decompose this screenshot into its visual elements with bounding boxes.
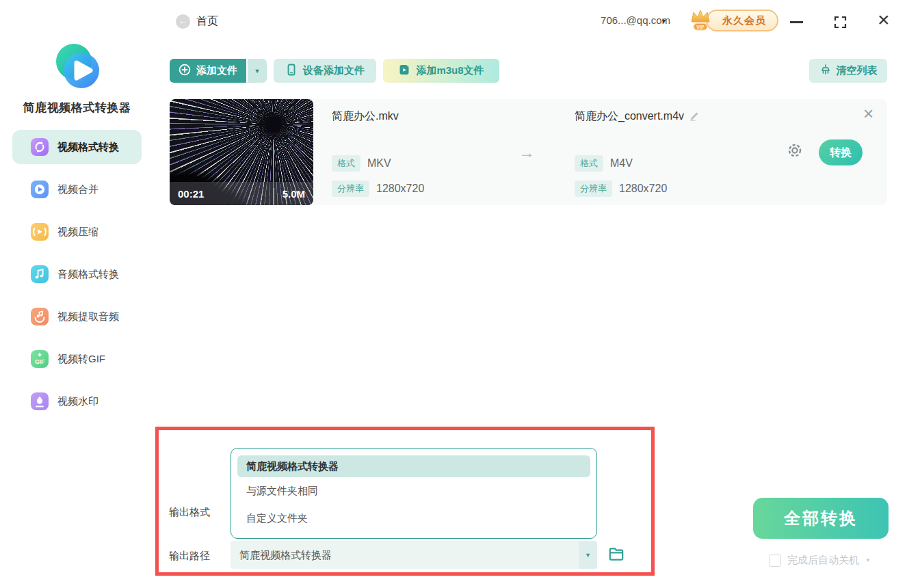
audio-convert-icon [31, 265, 49, 283]
clear-list-button[interactable]: 清空列表 [809, 59, 887, 83]
sidebar-item-label: 视频水印 [57, 395, 98, 408]
format-badge: 格式 [332, 155, 360, 172]
add-file-label: 添加文件 [196, 64, 237, 77]
video-compress-icon [31, 223, 49, 241]
sidebar-item-video-watermark[interactable]: 视频水印 [12, 384, 142, 418]
phone-icon [285, 64, 298, 78]
dropdown-option-selected[interactable]: 简鹿视频格式转换器 [237, 455, 590, 477]
auto-shutdown-row[interactable]: 完成后自动关机 ▼ [769, 554, 871, 567]
app-title: 简鹿视频格式转换器 [0, 100, 154, 116]
auto-shutdown-checkbox[interactable] [769, 554, 781, 567]
dropdown-option[interactable]: 自定义文件夹 [237, 505, 590, 532]
sidebar-item-label: 视频压缩 [57, 226, 98, 239]
sidebar-item-label: 视频提取音频 [57, 310, 119, 323]
minimize-button[interactable] [790, 21, 803, 23]
source-resolution-value: 1280x720 [376, 183, 424, 195]
video-thumbnail[interactable]: 00:21 5.0M [170, 99, 313, 205]
sidebar-item-label: 视频合并 [57, 183, 98, 196]
target-file-name-row: 简鹿办公_convert.m4v [575, 109, 700, 124]
thumbnail-overlay: 00:21 5.0M [170, 182, 313, 205]
caret-down-icon: ▼ [585, 552, 591, 559]
fullscreen-button[interactable] [834, 16, 847, 29]
output-path-label: 输出路径 [169, 550, 210, 563]
caret-down-icon: ▼ [254, 68, 261, 75]
m3u8-file-icon [398, 64, 410, 78]
app-logo: 简鹿视频格式转换器 [0, 40, 154, 116]
watermark-icon [31, 392, 49, 410]
sidebar-item-label: 音频格式转换 [57, 268, 119, 281]
sidebar-item-video-extract-audio[interactable]: 视频提取音频 [12, 299, 142, 334]
target-resolution-value: 1280x720 [619, 183, 667, 195]
sidebar-item-video-format-convert[interactable]: 视频格式转换 [12, 130, 142, 164]
source-resolution-row: 分辨率 1280x720 [332, 181, 424, 197]
file-row: 00:21 5.0M 简鹿办公.mkv 格式 MKV 分辨率 1280x720 … [170, 99, 887, 205]
convert-all-button[interactable]: 全部转换 [753, 498, 889, 539]
format-badge: 格式 [575, 155, 603, 172]
source-format-row: 格式 MKV [332, 155, 391, 172]
edit-pencil-icon[interactable] [689, 110, 700, 124]
sidebar-item-audio-format-convert[interactable]: 音频格式转换 [12, 257, 142, 291]
app-window: 简鹿视频格式转换器 视频格式转换 [0, 0, 907, 588]
resolution-badge: 分辨率 [332, 181, 369, 197]
device-add-file-label: 设备添加文件 [303, 64, 365, 77]
resolution-badge: 分辨率 [575, 181, 612, 197]
video-merge-icon [31, 181, 49, 198]
add-file-button[interactable]: 添加文件 [170, 59, 246, 83]
dropdown-option[interactable]: 与源文件夹相同 [237, 477, 590, 505]
close-window-button[interactable]: × [878, 10, 890, 30]
sidebar-item-video-merge[interactable]: 视频合并 [12, 172, 142, 206]
output-format-label: 输出格式 [169, 506, 210, 519]
vip-tag-text: VIP [696, 25, 705, 29]
plus-icon [179, 64, 191, 78]
output-path-value: 简鹿视频格式转换器 [239, 541, 332, 569]
output-path-select[interactable]: 简鹿视频格式转换器 ▼ [231, 541, 597, 569]
video-duration: 00:21 [178, 188, 204, 200]
output-path-dropdown: 简鹿视频格式转换器 与源文件夹相同 自定义文件夹 [231, 448, 597, 539]
extract-audio-icon [31, 308, 49, 325]
page-title: 首页 [196, 14, 218, 29]
back-button[interactable]: ← [176, 14, 190, 29]
caret-down-icon[interactable]: ▼ [865, 557, 871, 563]
add-file-dropdown-button[interactable]: ▼ [248, 59, 267, 83]
browse-folder-icon[interactable] [607, 545, 625, 565]
target-format-row: 格式 M4V [575, 155, 633, 172]
sidebar-item-label: 视频格式转换 [57, 141, 119, 154]
sidebar-item-video-to-gif[interactable]: GIF 视频转GIF [12, 342, 142, 376]
settings-gear-icon[interactable] [786, 142, 804, 162]
video-size: 5.0M [282, 188, 305, 200]
auto-shutdown-label: 完成后自动关机 [787, 554, 859, 567]
sidebar: 简鹿视频格式转换器 视频格式转换 [0, 0, 154, 588]
convert-button[interactable]: 转换 [819, 139, 863, 165]
convert-arrow-icon: → [518, 143, 535, 162]
target-resolution-row: 分辨率 1280x720 [575, 181, 667, 197]
add-m3u8-label: 添加m3u8文件 [416, 64, 484, 77]
account-email[interactable]: 706...@qq.com [568, 14, 670, 26]
add-m3u8-button[interactable]: 添加m3u8文件 [383, 59, 499, 83]
broom-icon [819, 64, 832, 78]
account-caret-icon[interactable]: ▼ [661, 18, 667, 25]
gif-icon: GIF [31, 350, 49, 368]
svg-text:GIF: GIF [35, 358, 44, 365]
device-add-file-button[interactable]: 设备添加文件 [274, 59, 376, 83]
sidebar-item-label: 视频转GIF [57, 353, 105, 366]
target-file-name: 简鹿办公_convert.m4v [575, 109, 684, 124]
sidebar-item-video-compress[interactable]: 视频压缩 [12, 215, 142, 249]
vip-badge[interactable]: VIP 永久会员 [687, 8, 778, 33]
source-format-value: MKV [367, 157, 391, 170]
path-caret-segment[interactable]: ▼ [579, 541, 597, 569]
sidebar-menu: 视频格式转换 视频合并 [0, 130, 154, 427]
vip-crown-icon: VIP [687, 6, 714, 35]
video-convert-icon [31, 138, 49, 156]
source-file-name: 简鹿办公.mkv [332, 109, 399, 124]
back-arrow-icon: ← [179, 16, 187, 26]
clear-list-label: 清空列表 [837, 64, 878, 77]
toolbar: 添加文件 ▼ 设备添加文件 添加m3u8文件 [170, 59, 499, 83]
vip-pill: 永久会员 [706, 10, 778, 31]
remove-file-icon[interactable]: × [863, 103, 873, 124]
target-format-value: M4V [610, 157, 633, 170]
app-logo-icon [50, 40, 105, 97]
